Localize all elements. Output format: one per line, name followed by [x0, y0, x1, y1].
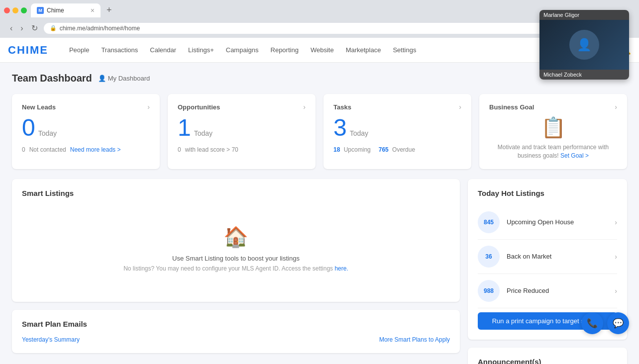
- tasks-arrow-icon[interactable]: ›: [459, 103, 461, 111]
- upcoming-label: Upcoming: [344, 146, 371, 153]
- my-dashboard-button[interactable]: 👤 My Dashboard: [98, 75, 150, 82]
- need-more-leads-link[interactable]: Need more leads >: [70, 146, 121, 153]
- nav-people[interactable]: People: [64, 43, 94, 57]
- clipboard-icon: 📋: [489, 116, 617, 139]
- nav-listings[interactable]: Listings+: [183, 43, 219, 57]
- tab-bar: M Chime × +: [31, 3, 116, 17]
- nav-website[interactable]: Website: [306, 43, 339, 57]
- opportunities-footer: 0 with lead score > 70: [178, 146, 306, 153]
- tasks-footer: 18 Upcoming 765 Overdue: [333, 146, 461, 153]
- phone-button[interactable]: 📞: [581, 312, 603, 334]
- close-dot[interactable]: [4, 7, 10, 13]
- forward-button[interactable]: ›: [18, 23, 25, 34]
- lead-score-label: with lead score > 70: [185, 146, 238, 153]
- browser-dots: [4, 7, 27, 13]
- business-goal-card: Business Goal › 📋 Motivate and track tea…: [479, 94, 627, 169]
- minimize-dot[interactable]: [12, 7, 18, 13]
- video-overlay: Marlane Gligor 👤 Michael Zobeck: [539, 10, 629, 80]
- opportunities-title: Opportunities: [178, 103, 220, 111]
- video-feed: 👤: [539, 20, 629, 70]
- new-tab-button[interactable]: +: [103, 3, 116, 17]
- listing-item-back-on-market[interactable]: 36 Back on Market ›: [478, 240, 617, 274]
- open-house-arrow-icon: ›: [615, 218, 617, 226]
- back-on-market-arrow-icon: ›: [615, 253, 617, 261]
- lead-score-count: 0: [178, 146, 181, 153]
- tasks-header: Tasks ›: [333, 103, 461, 111]
- tasks-title: Tasks: [333, 103, 351, 111]
- opportunities-number-row: 1 Today: [178, 116, 306, 140]
- browser-tab[interactable]: M Chime ×: [31, 3, 101, 17]
- back-on-market-badge: 36: [478, 246, 500, 268]
- maximize-dot[interactable]: [21, 7, 27, 13]
- refresh-button[interactable]: ↻: [29, 22, 40, 34]
- new-leads-header: New Leads ›: [22, 103, 150, 111]
- not-contacted-count: 0: [22, 146, 25, 153]
- open-house-badge: 845: [478, 211, 500, 233]
- left-section: Smart Listings 🏠 Use Smart Listing tools…: [12, 179, 460, 364]
- yesterday-summary-link[interactable]: Yesterday's Summary: [22, 336, 80, 343]
- dashboard-header: Team Dashboard 👤 My Dashboard: [12, 73, 627, 84]
- business-goal-header: Business Goal ›: [489, 103, 617, 111]
- right-section: Today Hot Listings 845 Upcoming Open Hou…: [468, 179, 627, 364]
- floating-buttons: 📞 💬: [581, 312, 629, 334]
- dashboard-title: Team Dashboard: [12, 73, 92, 84]
- nav-settings[interactable]: Settings: [388, 43, 421, 57]
- chat-button[interactable]: 💬: [607, 312, 629, 334]
- address-bar[interactable]: 🔒 chime.me/admin/home#/home: [44, 23, 611, 34]
- tasks-label: Today: [350, 129, 368, 140]
- smart-listings-empty: 🏠 Use Smart Listing tools to boost your …: [22, 205, 450, 292]
- nav-marketplace[interactable]: Marketplace: [341, 43, 386, 57]
- home-icon: 🏠: [223, 225, 248, 249]
- set-goal-link[interactable]: Set Goal >: [560, 152, 589, 159]
- smart-listings-card: Smart Listings 🏠 Use Smart Listing tools…: [12, 179, 460, 302]
- settings-link[interactable]: here.: [334, 265, 348, 272]
- new-leads-arrow-icon[interactable]: ›: [147, 103, 150, 111]
- nav-reporting[interactable]: Reporting: [266, 43, 304, 57]
- upcoming-section: 18 Upcoming: [333, 146, 371, 153]
- listing-item-open-house[interactable]: 845 Upcoming Open House ›: [478, 205, 617, 240]
- smart-listings-empty-title: Use Smart Listing tools to boost your li…: [172, 255, 300, 262]
- tasks-card: Tasks › 3 Today 18 Upcoming 765 Overdue: [323, 94, 471, 169]
- cards-row: New Leads › 0 Today 0 Not contacted Need…: [12, 94, 627, 169]
- new-leads-title: New Leads: [22, 103, 56, 111]
- my-dashboard-label: My Dashboard: [108, 75, 150, 82]
- overdue-section: 765 Overdue: [379, 146, 415, 153]
- hot-listings-title: Today Hot Listings: [478, 189, 617, 197]
- new-leads-card: New Leads › 0 Today 0 Not contacted Need…: [12, 94, 160, 169]
- new-leads-number-row: 0 Today: [22, 116, 150, 140]
- overdue-count: 765: [379, 146, 389, 153]
- new-leads-footer: 0 Not contacted Need more leads >: [22, 146, 150, 153]
- lock-icon: 🔒: [50, 25, 57, 31]
- video-caller-name: Marlane Gligor: [539, 10, 629, 20]
- more-smart-plans-link[interactable]: More Smart Plans to Apply: [379, 336, 450, 343]
- tab-favicon: M: [37, 7, 44, 14]
- video-callee-name: Michael Zobeck: [539, 70, 629, 80]
- main-content: Team Dashboard 👤 My Dashboard New Leads …: [0, 63, 639, 364]
- opportunities-header: Opportunities ›: [178, 103, 306, 111]
- nav-campaigns[interactable]: Campaigns: [221, 43, 264, 57]
- tasks-number: 3: [333, 116, 347, 140]
- opportunities-number: 1: [178, 116, 191, 140]
- nav-transactions[interactable]: Transactions: [96, 43, 143, 57]
- back-button[interactable]: ‹: [8, 23, 14, 34]
- smart-plan-links: Yesterday's Summary More Smart Plans to …: [22, 336, 450, 343]
- tab-close-button[interactable]: ×: [91, 6, 95, 14]
- bottom-section: Smart Listings 🏠 Use Smart Listing tools…: [12, 179, 627, 364]
- opportunities-arrow-icon[interactable]: ›: [303, 103, 306, 111]
- smart-plan-title: Smart Plan Emails: [22, 320, 450, 328]
- app-logo: CHIME: [8, 44, 48, 57]
- nav-calendar[interactable]: Calendar: [145, 43, 181, 57]
- listing-item-price-reduced[interactable]: 988 Price Reduced ›: [478, 274, 617, 308]
- business-goal-title: Business Goal: [489, 103, 534, 111]
- not-contacted-label: Not contacted: [29, 146, 66, 153]
- app: CHIME People Transactions Calendar Listi…: [0, 38, 639, 364]
- smart-listings-empty-desc: No listings? You may need to configure y…: [123, 265, 348, 272]
- business-goal-desc-text: Motivate and track team performance with…: [498, 144, 609, 159]
- new-leads-label: Today: [38, 129, 57, 140]
- price-reduced-badge: 988: [478, 280, 500, 302]
- new-leads-number: 0: [22, 116, 35, 140]
- url-text: chime.me/admin/home#/home: [60, 25, 140, 32]
- business-goal-arrow-icon[interactable]: ›: [615, 103, 617, 111]
- business-goal-desc: Motivate and track team performance with…: [489, 143, 617, 160]
- announcements-title: Announcement(s): [478, 358, 617, 364]
